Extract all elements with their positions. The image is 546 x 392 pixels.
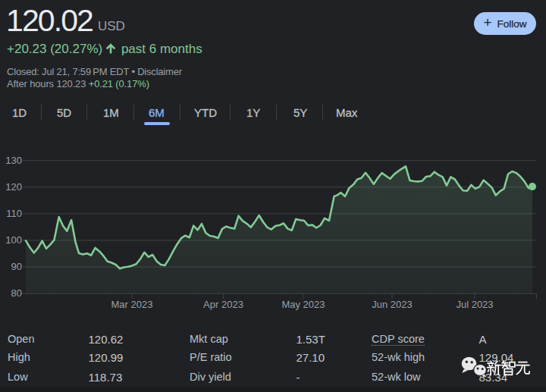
svg-text:May 2023: May 2023 (281, 299, 325, 310)
svg-text:80: 80 (11, 287, 22, 299)
svg-text:100: 100 (5, 234, 22, 246)
svg-text:Jul 2023: Jul 2023 (456, 299, 493, 310)
svg-text:120: 120 (5, 181, 22, 193)
svg-text:110: 110 (6, 208, 22, 219)
svg-text:Apr 2023: Apr 2023 (203, 299, 243, 310)
svg-text:Jun 2023: Jun 2023 (372, 299, 413, 310)
svg-text:Mar 2023: Mar 2023 (111, 299, 153, 310)
svg-text:130: 130 (5, 155, 22, 166)
svg-text:90: 90 (11, 261, 22, 272)
